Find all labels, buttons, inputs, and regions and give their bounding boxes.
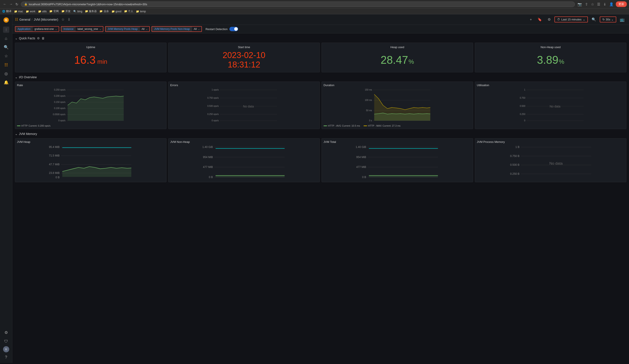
bookmark-yeyu[interactable]: 📁 业余 [99,9,109,13]
restart-detection-toggle[interactable] [229,27,238,31]
sidebar-item-help[interactable]: ? [2,353,10,361]
download-button[interactable]: ⇓ [602,2,607,7]
sidebar-item-alerting[interactable]: 🔔 [2,79,10,86]
quick-facts-chevron: ⌄ [15,36,17,40]
svg-text:1: 1 [524,89,525,91]
jvm-memory-title[interactable]: ⌄ JVM Memory [15,132,37,136]
sidebar-item-starred[interactable]: ☆ [2,52,10,60]
quick-facts-title[interactable]: ⌄ Quick Facts [15,36,35,40]
svg-text:No data: No data [549,161,563,165]
utilisation-panel: Utilisation 1 0.750 0.500 0.250 [475,82,626,129]
quick-facts-gear-icon[interactable]: ⚙ [37,36,40,40]
back-button[interactable]: ← [2,2,7,6]
breadcrumb-dashboard-name[interactable]: JVM (Micrometer) [34,18,58,21]
svg-text:18:40: 18:40 [95,123,100,123]
bookmark-mac[interactable]: 📁 mac [14,10,23,13]
jvm-process-panel: JVM Process Memory 1 B 0.750 B 0.500 B 0… [475,138,626,182]
bookmark-bing[interactable]: 🔍 bing [73,10,82,13]
profile-button[interactable]: 👤 [608,2,615,7]
io-overview-title[interactable]: ⌄ I/O Overview [15,75,37,79]
sidebar-item-explore[interactable]: ◎ [2,70,10,78]
settings-button[interactable]: ⚙ [546,16,553,23]
rate-legend: HTTP Current: 0.200 ops/s [17,124,164,127]
heap-used-number: 28.47 [380,54,408,66]
sidebar-item-home[interactable]: ⌂ [2,34,10,42]
application-filter-label: Application [15,27,33,31]
sidebar-item-settings[interactable]: ⚙ [2,329,10,337]
start-time-panel: Start time 2023-02-10 18:31:12 [168,43,320,72]
heap-used-title: Heap used [325,45,469,49]
screenshot-button[interactable]: 📷 [577,2,583,7]
instance-filter[interactable]: Instance label_wcong_one ⌄ [61,26,103,32]
bookmark-temp[interactable]: 📁 temp [136,10,146,13]
share-button[interactable]: ⇧ [584,2,589,7]
bookmark-kaifa[interactable]: 📁 开发 [61,9,71,13]
bookmark-guanwang[interactable]: 📁 官网 [49,9,58,13]
breadcrumb-general[interactable]: General [19,18,30,21]
svg-text:18:35: 18:35 [535,123,540,123]
start-time-date: 2023-02-10 [223,51,265,60]
bookmark-server[interactable]: 📁 服务器 [85,9,97,13]
forward-button[interactable]: → [8,2,14,6]
bookmark-geren[interactable]: 📁 个人 [124,9,133,13]
update-button[interactable]: 更新 [616,1,627,7]
application-filter-select[interactable]: grafana-test-one ⌄ [33,27,59,31]
jvm-nonheap-filter[interactable]: JVM Memory Pools Non-Heap All ⌄ [152,26,202,32]
heap-used-unit: % [409,58,414,65]
refresh-button[interactable]: ↻ 30s ⌄ [600,16,616,22]
instance-filter-chevron: ⌄ [99,28,101,30]
bookmark-button[interactable]: ☆ [590,2,595,7]
jvm-nonheap-filter-select[interactable]: All ⌄ [192,27,201,31]
bookmark-work[interactable]: 📁 work [26,10,35,13]
extensions-button[interactable]: ☰ [596,2,601,7]
duration-avg-label: HTTP - AVG [328,124,341,127]
uptime-value: 16.3 min [74,54,107,66]
jvm-label: JVM Memory [19,132,37,136]
duration-avg-legend: HTTP - AVG Current: 10.5 ms [323,124,360,127]
user-avatar[interactable]: U [3,346,9,352]
tv-mode-button[interactable]: 📺 [618,16,626,23]
zoom-out-button[interactable]: 🔍 [590,16,598,23]
panel-add-button[interactable]: + [528,16,534,23]
address-bar[interactable]: 🔒 localhost:3000/d/PFx7SR1Vk/jvm-microme… [21,1,575,7]
io-overview-section-header: ⌄ I/O Overview [15,74,626,80]
errors-title: Errors [170,84,318,87]
jvm-heap-chart-area: 95.4 MiB 71.5 MiB 47.7 MiB 23.8 MiB 0 B … [17,144,164,180]
sidebar-toggle-button[interactable]: ⋮ [3,27,9,33]
svg-text:18:40: 18:40 [554,123,560,123]
dashboard-star-icon[interactable]: ☆ [61,17,64,21]
top-bar-actions: + 🔖 ⚙ ⏱ Last 15 minutes ⌄ 🔍 ↻ 30s ⌄ 📺 [528,16,626,23]
svg-marker-17 [68,96,124,121]
bookmark-translate[interactable]: 🌐 翻译 [2,9,11,13]
mark-button[interactable]: 🔖 [536,16,544,23]
svg-text:18:35: 18:35 [378,179,384,180]
svg-text:18:35: 18:35 [224,179,231,180]
jvm-heap-filter-select[interactable]: All ⌄ [140,27,149,31]
instance-filter-select[interactable]: label_wcong_one ⌄ [76,27,103,31]
sidebar-item-search[interactable]: 🔍 [2,43,10,51]
application-filter[interactable]: Application grafana-test-one ⌄ [15,26,59,32]
duration-max-label: HTTP - MAX [368,124,382,127]
sidebar-item-dashboards[interactable]: ☷ [2,61,10,69]
svg-text:477 MiB: 477 MiB [356,165,366,169]
svg-text:18:35: 18:35 [381,123,387,123]
uptime-title: Uptime [19,45,163,49]
svg-text:18:35: 18:35 [228,123,234,123]
bookmark-utils[interactable]: 📁 utils [38,10,47,13]
refresh-button[interactable]: ↻ [14,2,19,7]
time-range-button[interactable]: ⏱ Last 15 minutes ⌄ [554,16,588,22]
non-heap-used-number: 3.89 [537,54,558,66]
grafana-logo[interactable]: G [2,16,10,24]
browser-chrome: ← → ↻ 🔒 localhost:3000/d/PFx7SR1Vk/jvm-m… [0,0,629,8]
bookmark-good[interactable]: 📁 good [112,10,121,13]
dashboard-share-icon[interactable]: ⇩ [68,17,70,21]
jvm-process-svg: 1 B 0.750 B 0.500 B 0.250 B No data [477,144,624,180]
duration-legend: HTTP - AVG Current: 10.5 ms HTTP - MAX C… [323,124,471,127]
svg-text:G: G [5,18,7,22]
jvm-heap-chevron: ⌄ [146,28,148,30]
jvm-heap-filter[interactable]: JVM Memory Pools Heap All ⌄ [105,26,150,32]
jvm-chevron: ⌄ [15,132,17,136]
quick-facts-trash-icon[interactable]: 🗑 [42,36,45,40]
svg-text:0.0500 ops/s: 0.0500 ops/s [53,113,65,116]
sidebar-item-shield[interactable]: 🛡 [2,337,10,345]
